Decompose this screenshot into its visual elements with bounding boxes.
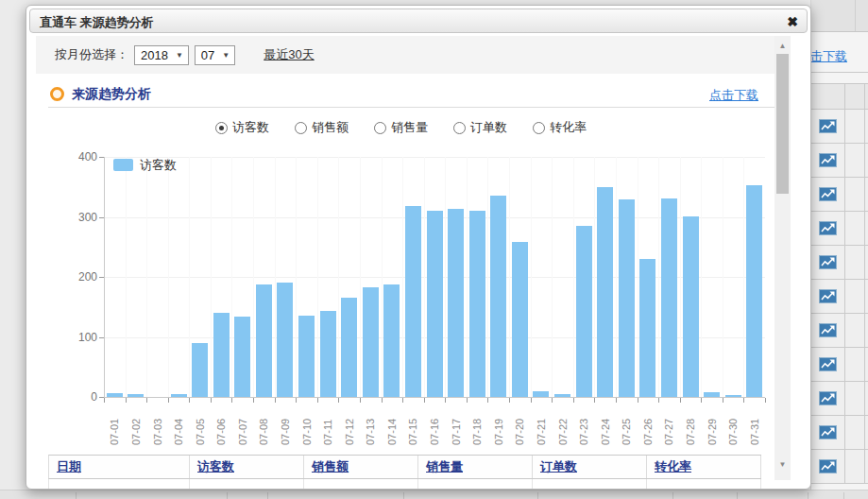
trend-chart-icon[interactable] [811,110,844,143]
scroll-up-arrow-icon[interactable]: ▲ [774,42,791,50]
gridline-v [253,157,254,397]
bar-07-24 [597,187,613,397]
radio-icon [533,122,545,134]
background-table-row [811,348,868,382]
gridline-h [105,277,765,278]
column-header-label: 销售额 [312,459,349,473]
y-axis-tick-label: 0 [69,390,97,404]
trend-chart-icon[interactable] [811,314,844,347]
background-table-row [811,212,868,246]
gridline-v [231,157,232,397]
x-axis-tick-label: 07-16 [429,411,440,445]
scroll-down-arrow-icon[interactable]: ▼ [774,460,791,469]
metric-radio-销售额[interactable]: 销售额 [295,119,349,136]
column-header-访客数[interactable]: 访客数 [190,456,304,478]
divider [267,492,268,499]
metric-radio-订单数[interactable]: 订单数 [453,119,507,136]
gridline-v [275,157,276,397]
x-tick [146,398,147,403]
divider [864,178,865,211]
column-header-日期[interactable]: 日期 [49,456,190,478]
divider [864,382,865,415]
bar-07-14 [383,284,400,397]
divider [864,348,865,381]
dialog-scrollbar[interactable]: ▲ ▼ [774,36,791,480]
year-select[interactable]: 2018 ▼ [134,45,189,65]
metric-radio-转化率[interactable]: 转化率 [533,119,587,136]
scroll-thumb[interactable] [776,54,789,194]
legend-swatch [113,159,133,171]
divider [864,280,865,313]
chevron-down-icon: ▼ [176,51,183,60]
column-header-label: 转化率 [655,459,691,473]
bar-07-22 [554,394,570,397]
radio-icon [215,122,228,134]
section-title: 来源趋势分析 [72,86,151,103]
bar-07-15 [405,206,421,397]
bar-07-28 [683,216,699,397]
bar-07-27 [661,198,677,397]
background-table-row [811,178,868,212]
download-link[interactable]: 点击下载 [709,87,758,104]
x-axis-tick-label: 07-31 [749,411,760,445]
x-axis-tick-label: 07-01 [109,411,120,445]
trend-chart-icon[interactable] [811,144,844,177]
divider [227,492,228,499]
gridline-v [509,157,510,397]
gridline-v [680,157,681,397]
divider [844,280,845,313]
bar-07-30 [725,395,741,397]
gridline-v [658,157,659,397]
trend-chart-icon[interactable] [811,382,844,415]
x-axis-tick-label: 07-20 [514,411,525,445]
column-header-订单数[interactable]: 订单数 [533,456,647,478]
close-icon[interactable]: ✖ [787,12,798,31]
metric-radio-label: 订单数 [470,119,507,136]
x-axis-tick-label: 07-18 [471,411,483,445]
x-axis-tick-label: 07-28 [685,411,696,445]
x-tick [189,398,190,403]
trend-chart-icon[interactable] [811,280,844,313]
column-header-label: 销售量 [426,459,463,473]
trend-chart-icon[interactable] [811,178,844,211]
divider [855,0,856,31]
x-tick [701,398,702,403]
trend-chart-icon[interactable] [811,416,844,449]
gridline-v [487,157,488,397]
gridline-v [723,157,723,397]
gridline-v [573,157,574,397]
x-axis-tick-label: 07-08 [258,411,269,445]
column-header-销售量[interactable]: 销售量 [418,456,533,478]
column-header-label: 日期 [57,459,81,473]
background-page-strip: 点击下载 [810,0,868,499]
metric-radio-访客数[interactable]: 访客数 [215,119,269,136]
column-header-转化率[interactable]: 转化率 [647,456,761,478]
recent-30-days-link[interactable]: 最近30天 [264,46,314,63]
trend-chart-icon[interactable] [811,212,844,245]
divider [864,314,865,347]
bar-07-25 [619,199,635,397]
x-axis-tick-label: 07-07 [237,411,248,445]
column-header-销售额[interactable]: 销售额 [304,456,418,478]
gridline-v [296,157,297,397]
trend-chart-icon[interactable] [811,348,844,381]
trend-bar-chart: 010020030040007-0107-0207-0307-0407-0507… [26,6,810,489]
metric-radio-销售量[interactable]: 销售量 [374,119,428,136]
chevron-down-icon: ▼ [222,51,230,60]
dialog-titlebar: 直通车 来源趋势分析 ✖ [29,9,808,33]
gridline-v [531,157,532,397]
divider [864,144,865,177]
x-tick [765,398,766,403]
background-toolbar [811,0,868,32]
y-tick [99,397,104,398]
x-tick [338,398,339,403]
trend-chart-icon[interactable] [811,246,844,279]
divider [844,246,845,279]
x-axis-tick-label: 07-10 [301,411,313,445]
trend-chart-icon[interactable] [811,450,844,483]
radio-icon [374,122,386,134]
month-select[interactable]: 07 ▼ [195,45,235,65]
background-table-row [811,110,868,144]
x-tick [616,398,617,403]
metric-radio-label: 转化率 [550,119,587,136]
